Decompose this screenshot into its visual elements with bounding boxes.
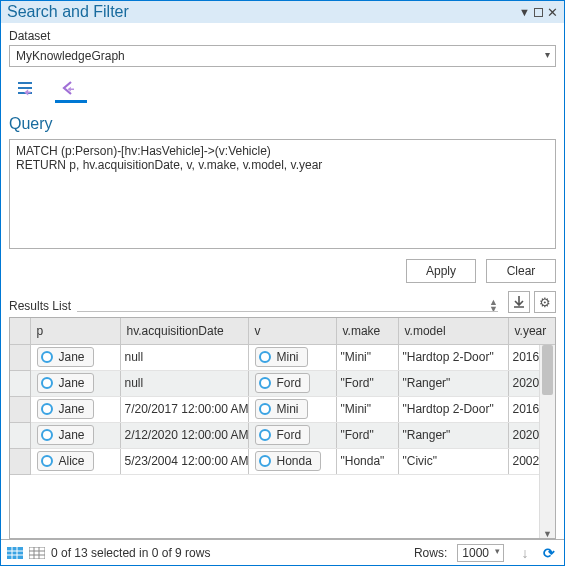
- download-results-button[interactable]: [508, 291, 530, 313]
- node-label: Ford: [277, 428, 302, 442]
- node-chip[interactable]: Jane: [37, 373, 94, 393]
- node-icon: [259, 351, 271, 363]
- dataset-select[interactable]: MyKnowledgeGraph: [9, 45, 556, 67]
- table-view-icon[interactable]: [7, 546, 23, 560]
- node-icon: [259, 403, 271, 415]
- node-icon: [41, 377, 53, 389]
- query-input[interactable]: MATCH (p:Person)-[hv:HasVehicle]->(v:Veh…: [9, 139, 556, 249]
- cell-acq: null: [120, 344, 248, 370]
- export-button[interactable]: ↓: [516, 544, 534, 562]
- node-chip[interactable]: Jane: [37, 399, 94, 419]
- node-chip[interactable]: Mini: [255, 399, 308, 419]
- rows-select[interactable]: 1000: [457, 544, 504, 562]
- col-year[interactable]: v.year: [508, 318, 556, 344]
- status-text: 0 of 13 selected in 0 of 9 rows: [51, 546, 408, 560]
- col-v[interactable]: v: [248, 318, 336, 344]
- cell-make: "Mini": [336, 344, 398, 370]
- download-icon: [512, 295, 526, 309]
- node-label: Mini: [277, 350, 299, 364]
- cell-make: "Ford": [336, 370, 398, 396]
- cell-acq: 5/23/2004 12:00:00 AM: [120, 448, 248, 474]
- table-row[interactable]: JanenullFord"Ford""Ranger"2020: [10, 370, 556, 396]
- mode-toolbar: [9, 67, 556, 105]
- cell-model: "Ranger": [398, 370, 508, 396]
- dropdown-icon[interactable]: ▼: [519, 7, 530, 18]
- table-row[interactable]: Jane2/12/2020 12:00:00 AMFord"Ford""Rang…: [10, 422, 556, 448]
- rows-value: 1000: [462, 546, 489, 560]
- cell-acq: 7/20/2017 12:00:00 AM: [120, 396, 248, 422]
- table-row[interactable]: JanenullMini"Mini""Hardtop 2-Door"2016: [10, 344, 556, 370]
- refresh-icon: ⟳: [543, 545, 555, 561]
- col-acq[interactable]: hv.acquisitionDate: [120, 318, 248, 344]
- window-controls: ▼ ✕: [519, 6, 558, 19]
- cell-acq: null: [120, 370, 248, 396]
- node-chip[interactable]: Mini: [255, 347, 308, 367]
- node-chip[interactable]: Alice: [37, 451, 94, 471]
- node-icon: [259, 429, 271, 441]
- node-label: Honda: [277, 454, 312, 468]
- cell-acq: 2/12/2020 12:00:00 AM: [120, 422, 248, 448]
- node-icon: [259, 377, 271, 389]
- cell-make: "Mini": [336, 396, 398, 422]
- node-label: Alice: [59, 454, 85, 468]
- node-chip[interactable]: Jane: [37, 425, 94, 445]
- scroll-down-icon[interactable]: ▼: [540, 529, 555, 539]
- settings-button[interactable]: ⚙: [534, 291, 556, 313]
- list-filter-button[interactable]: [11, 77, 43, 103]
- list-filter-icon: [16, 80, 38, 98]
- dataset-value: MyKnowledgeGraph: [16, 49, 125, 63]
- node-icon: [41, 455, 53, 467]
- cell-model: "Ranger": [398, 422, 508, 448]
- table-row[interactable]: Jane7/20/2017 12:00:00 AMMini"Mini""Hard…: [10, 396, 556, 422]
- maximize-icon[interactable]: [534, 8, 543, 17]
- cell-make: "Ford": [336, 422, 398, 448]
- node-chip[interactable]: Honda: [255, 451, 321, 471]
- gear-icon: ⚙: [539, 295, 551, 310]
- svg-rect-8: [29, 547, 45, 559]
- vertical-scrollbar[interactable]: ▲ ▼: [539, 345, 555, 538]
- pane-title: Search and Filter: [7, 3, 129, 21]
- node-label: Ford: [277, 376, 302, 390]
- title-bar: Search and Filter ▼ ✕: [1, 1, 564, 23]
- svg-rect-3: [7, 547, 23, 559]
- node-label: Jane: [59, 350, 85, 364]
- row-marker-col[interactable]: [10, 318, 30, 344]
- col-make[interactable]: v.make: [336, 318, 398, 344]
- refresh-button[interactable]: ⟳: [540, 544, 558, 562]
- table-header-row: p hv.acquisitionDate v v.make v.model v.…: [10, 318, 556, 344]
- clear-button[interactable]: Clear: [486, 259, 556, 283]
- results-label: Results List: [9, 299, 71, 313]
- node-label: Jane: [59, 376, 85, 390]
- apply-button[interactable]: Apply: [406, 259, 476, 283]
- node-label: Mini: [277, 402, 299, 416]
- scroll-thumb[interactable]: [542, 345, 553, 395]
- query-label: Query: [9, 115, 556, 133]
- node-chip[interactable]: Ford: [255, 425, 311, 445]
- results-table[interactable]: p hv.acquisitionDate v v.make v.model v.…: [10, 318, 556, 475]
- table-row[interactable]: Alice5/23/2004 12:00:00 AMHonda"Honda""C…: [10, 448, 556, 474]
- cell-model: "Hardtop 2-Door": [398, 344, 508, 370]
- node-icon: [41, 403, 53, 415]
- selection-view-icon[interactable]: [29, 546, 45, 560]
- rows-label: Rows:: [414, 546, 447, 560]
- query-buttons: Apply Clear: [9, 259, 556, 283]
- cell-model: "Civic": [398, 448, 508, 474]
- node-chip[interactable]: Ford: [255, 373, 311, 393]
- node-label: Jane: [59, 428, 85, 442]
- dataset-label: Dataset: [9, 29, 556, 43]
- download-icon: ↓: [522, 545, 529, 561]
- close-icon[interactable]: ✕: [547, 6, 558, 19]
- main-panel: Dataset MyKnowledgeGraph Query MATCH (p:…: [1, 23, 564, 539]
- results-table-wrap: p hv.acquisitionDate v v.make v.model v.…: [9, 317, 556, 539]
- node-label: Jane: [59, 402, 85, 416]
- node-icon: [41, 351, 53, 363]
- col-model[interactable]: v.model: [398, 318, 508, 344]
- cell-make: "Honda": [336, 448, 398, 474]
- node-icon: [41, 429, 53, 441]
- query-filter-button[interactable]: [55, 77, 87, 103]
- results-header: Results List ▲▼ ⚙: [9, 291, 556, 313]
- query-filter-icon: [60, 80, 82, 98]
- col-p[interactable]: p: [30, 318, 120, 344]
- node-chip[interactable]: Jane: [37, 347, 94, 367]
- node-icon: [259, 455, 271, 467]
